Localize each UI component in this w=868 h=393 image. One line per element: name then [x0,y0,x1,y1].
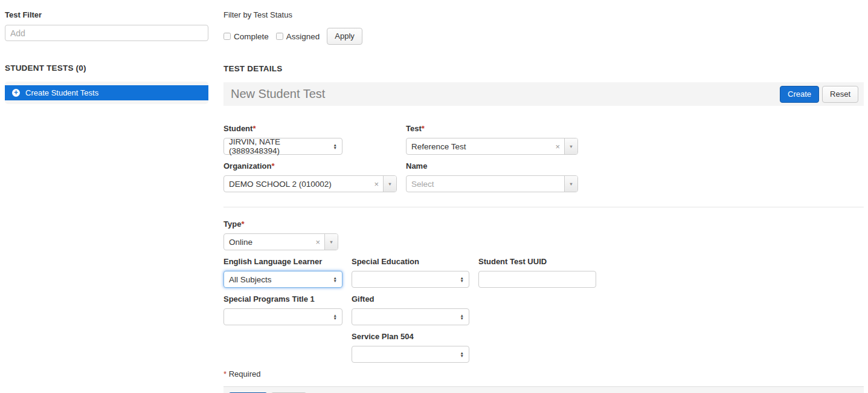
filter-status-row: Complete Assigned Apply [223,28,864,45]
form-divider [223,207,864,207]
student-test-form: Student* JIRVIN, NATE (3889348394) ▲▼ Te… [223,124,864,378]
filter-status-label: Filter by Test Status [223,10,864,19]
service-plan-label: Service Plan 504 [352,332,469,341]
student-test-uuid-input[interactable] [478,271,596,288]
dropdown-arrow-icon[interactable]: ▼ [564,176,577,192]
sidebar: Test Filter STUDENT TESTS (0) + Create S… [0,10,208,393]
complete-checkbox[interactable] [223,33,231,40]
main-content: Filter by Test Status Complete Assigned … [223,10,864,393]
select-spinner-icon: ▲▼ [333,276,337,282]
student-label: Student* [223,124,406,133]
special-programs-field: Special Programs Title 1 ▲▼ [223,294,352,325]
required-star: * [252,124,256,133]
test-filter-input[interactable] [5,25,208,41]
required-star: * [223,369,227,378]
required-note: * Required [223,369,864,378]
create-student-tests-item[interactable]: + Create Student Tests [5,85,208,100]
create-button-top[interactable]: Create [780,86,819,103]
apply-button[interactable]: Apply [327,28,362,45]
panel-header-actions: Create Reset [780,86,858,103]
test-details-header: TEST DETAILS [223,64,864,73]
assigned-checkbox[interactable] [276,33,283,40]
select-spinner-icon: ▲▼ [460,314,464,320]
page: Test Filter STUDENT TESTS (0) + Create S… [0,0,868,393]
reset-button-top[interactable]: Reset [822,86,858,103]
organization-field: Organization* DEMO SCHOOL 2 (010002) × ▼ [223,161,406,192]
special-programs-label: Special Programs Title 1 [223,294,352,304]
select-spinner-icon: ▲▼ [460,276,464,282]
ell-field: English Language Learner All Subjects ▲▼ [223,257,352,288]
clear-icon[interactable]: × [311,234,324,250]
name-combobox-placeholder: Select [407,176,564,192]
organization-combobox-value: DEMO SCHOOL 2 (010002) [224,176,370,192]
test-label: Test* [406,124,578,133]
name-combobox[interactable]: Select ▼ [406,175,578,192]
special-programs-select[interactable]: ▲▼ [223,308,342,325]
dropdown-arrow-icon[interactable]: ▼ [564,138,577,154]
special-education-field: Special Education ▲▼ [352,257,478,288]
create-student-tests-label: Create Student Tests [25,88,98,97]
dropdown-arrow-icon[interactable]: ▼ [324,234,338,250]
student-test-uuid-label: Student Test UUID [478,257,596,266]
service-plan-field: Service Plan 504 ▲▼ [352,332,469,363]
ell-select-value: All Subjects [229,275,272,284]
assigned-checkbox-label: Assigned [286,32,320,41]
gifted-select[interactable]: ▲▼ [352,308,469,325]
student-tests-list: + Create Student Tests [5,82,208,104]
type-label: Type* [223,219,338,229]
test-combobox-value: Reference Test [407,138,551,154]
type-field: Type* Online × ▼ [223,219,338,250]
student-select[interactable]: JIRVIN, NATE (3889348394) ▲▼ [223,138,342,155]
clear-icon[interactable]: × [370,176,383,192]
student-tests-header: STUDENT TESTS (0) [5,63,208,73]
ell-select[interactable]: All Subjects ▲▼ [223,271,342,288]
plus-circle-icon: + [12,89,20,97]
ell-label: English Language Learner [223,257,352,266]
required-star: * [241,219,244,229]
new-student-test-panel-header: New Student Test Create Reset [223,82,864,106]
type-combobox[interactable]: Online × ▼ [223,233,338,250]
special-education-label: Special Education [352,257,478,266]
select-spinner-icon: ▲▼ [333,143,337,149]
test-combobox[interactable]: Reference Test × ▼ [406,138,578,155]
service-plan-select[interactable]: ▲▼ [352,346,469,363]
required-star: * [271,161,274,171]
student-field: Student* JIRVIN, NATE (3889348394) ▲▼ [223,124,406,155]
student-select-value: JIRVIN, NATE (3889348394) [229,137,329,155]
student-test-uuid-field: Student Test UUID [478,257,596,288]
form-footer: Create Reset [223,386,864,393]
panel-title: New Student Test [231,87,780,101]
special-education-select[interactable]: ▲▼ [352,271,469,288]
clear-icon[interactable]: × [551,138,564,154]
name-field: Name Select ▼ [406,161,578,192]
test-field: Test* Reference Test × ▼ [406,124,578,155]
organization-combobox[interactable]: DEMO SCHOOL 2 (010002) × ▼ [223,175,397,192]
complete-checkbox-label: Complete [234,32,269,41]
gifted-label: Gifted [352,294,469,304]
dropdown-arrow-icon[interactable]: ▼ [383,176,396,192]
name-label: Name [406,161,578,171]
select-spinner-icon: ▲▼ [460,351,464,357]
required-star: * [422,124,425,133]
select-spinner-icon: ▲▼ [333,314,337,320]
test-filter-label: Test Filter [5,10,208,19]
type-combobox-value: Online [224,234,311,250]
organization-label: Organization* [223,161,406,171]
gifted-field: Gifted ▲▼ [352,294,469,325]
